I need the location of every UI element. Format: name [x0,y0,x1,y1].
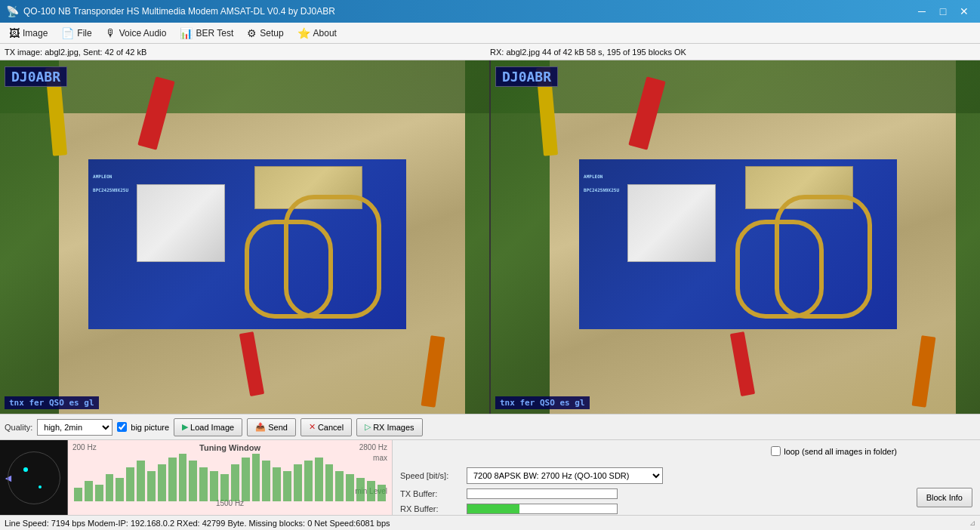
constellation-circle [8,451,60,504]
rx-buffer-label: RX Buffer: [400,504,461,513]
tx-buffer-bar-container [467,488,618,499]
tuning-bar [294,464,302,502]
cancel-button[interactable]: ✕ Cancel [300,418,352,436]
status-line: Line Speed: 7194 bps Modem-IP: 192.168.0… [0,515,980,530]
tuning-right-label: 2800 Hz [359,443,387,451]
menu-ber-label: BER Test [196,28,233,39]
speed-label: Speed [bit/s]: [400,471,461,480]
controls-bar: Quality: high, 2min medium, 1min low, 30… [0,414,980,439]
menu-voice-audio[interactable]: 🎙 Voice Audio [100,25,173,42]
tuning-bar [147,471,156,502]
quality-label: Quality: [5,423,32,432]
tuning-bar [346,474,354,501]
tx-buffer-row: TX Buffer: [400,488,972,499]
menu-setup-label: Setup [260,28,283,39]
tuning-bar [252,454,260,501]
menu-setup[interactable]: ⚙ Setup [241,25,289,42]
tuning-bar [106,474,114,501]
menu-file[interactable]: 📄 File [55,25,97,42]
menu-voice-label: Voice Audio [119,28,167,39]
rx-buffer-bar-container [467,504,618,514]
loop-check-row: loop (send all images in folder) [771,446,897,456]
minimize-button[interactable]: ─ [912,4,932,19]
tuning-bar [158,464,166,502]
maximize-button[interactable]: □ [933,4,953,19]
tuning-bar [199,467,208,501]
menu-image-label: Image [23,28,48,39]
titlebar: 📡 QO-100 NB Transponder HS Multimedia Mo… [0,0,980,23]
loop-checkbox[interactable] [771,446,781,456]
tuning-left-label: 200 Hz [72,443,97,451]
tuning-bar [367,481,375,501]
speed-row: Speed [bit/s]: 7200 8APSK BW: 2700 Hz (Q… [400,467,972,484]
tuning-bar [220,474,229,501]
rx-icon: ▷ [365,422,371,432]
rx-status: RX: abgl2.jpg 44 of 42 kB 58 s, 195 of 1… [490,48,975,57]
resize-grip-icon: ⊿ [969,519,975,527]
big-picture-checkbox[interactable] [117,422,127,432]
tuning-bar [168,458,177,502]
rx-buffer-bar [467,504,519,513]
setup-icon: ⚙ [247,27,257,39]
tuning-bar [273,467,281,501]
file-icon: 📄 [61,27,74,39]
image-area: AMPLEON BPC2425N9X25U DJ0ABR tnx fer QSO… [0,60,980,414]
right-overlay-text: tnx fer QSO es gl [495,396,590,409]
rx-buffer-row: RX Buffer: [400,504,972,514]
cancel-label: Cancel [318,423,344,432]
right-callsign: DJ0ABR [495,66,558,87]
rx-images-label: RX Images [373,423,414,432]
image-icon: 🖼 [9,27,20,39]
block-info-button[interactable]: Block Info [917,488,972,507]
cancel-icon: ✕ [309,422,316,432]
title-icon: 📡 [6,5,19,17]
load-image-button[interactable]: ▶ Load Image [174,418,242,436]
right-image-panel: AMPLEON BPC2425N9X25U DJ0ABR tnx fer QSO… [489,60,980,414]
tuning-bar [315,458,323,502]
tuning-bars [74,454,386,501]
tx-buffer-label: TX Buffer: [400,489,461,498]
quality-select[interactable]: high, 2min medium, 1min low, 30sec [37,419,112,436]
speed-select[interactable]: 7200 8APSK BW: 2700 Hz (QO-100 SDR) 2400… [467,467,663,484]
tuning-bar [179,454,187,501]
menu-about-label: About [313,28,337,39]
voice-icon: 🎙 [106,27,116,39]
send-icon: 📤 [255,422,266,432]
tuning-bar [325,464,334,502]
left-callsign: DJ0ABR [5,66,67,87]
menu-ber-test[interactable]: 📊 BER Test [174,25,239,42]
tuning-bar [210,471,218,502]
tuning-bar [126,467,134,501]
send-button[interactable]: 📤 Send [247,418,296,436]
tuning-bar [95,485,103,502]
tuning-bar [231,464,239,502]
status-text: Line Speed: 7194 bps Modem-IP: 192.168.0… [5,519,969,528]
bottom-panel: ◄ 200 Hz Tuning Window 2800 Hz max min L… [0,439,980,515]
tuning-title: Tuning Window [199,443,260,452]
loop-label: loop (send all images in folder) [784,447,897,456]
tuning-bar [304,461,313,501]
close-button[interactable]: ✕ [954,4,974,19]
tuning-bar [242,458,250,502]
tuning-bar [335,471,344,502]
menu-about[interactable]: ⭐ About [291,25,343,42]
tuning-bar [116,478,124,502]
big-picture-checkbox-label[interactable]: big picture [117,422,169,432]
tuning-bar [137,461,145,501]
about-icon: ⭐ [297,27,310,39]
tx-status: TX image: abgl2.jpg, Sent: 42 of 42 kB [5,48,490,57]
big-picture-label: big picture [131,423,169,432]
menubar: 🖼 Image 📄 File 🎙 Voice Audio 📊 BER Test … [0,23,980,44]
menu-file-label: File [77,28,91,39]
tuning-bar [283,471,291,502]
send-label: Send [268,423,288,432]
status-top-bar: TX image: abgl2.jpg, Sent: 42 of 42 kB R… [0,44,980,60]
rx-images-button[interactable]: ▷ RX Images [356,418,422,436]
constellation-display: ◄ [0,440,68,515]
tuning-bar [85,481,93,501]
menu-image[interactable]: 🖼 Image [3,25,54,42]
tuning-bar [262,461,270,501]
tuning-bar [378,485,386,502]
ber-icon: 📊 [180,27,193,39]
tuning-bar [74,488,82,501]
